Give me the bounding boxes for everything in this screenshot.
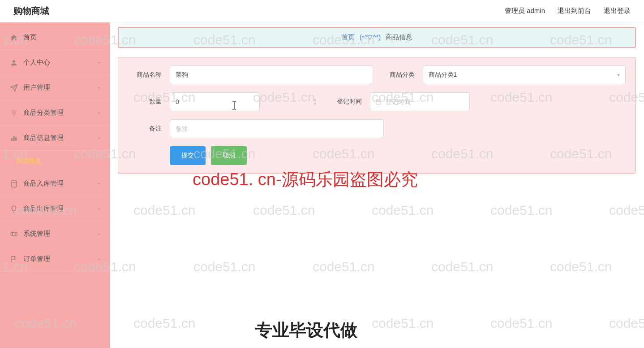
flag-icon	[10, 255, 18, 263]
svg-rect-4	[13, 136, 15, 141]
send-icon	[10, 84, 18, 92]
sidebar-item-product-info-mgmt[interactable]: 商品信息管理	[0, 126, 110, 151]
breadcrumb-home[interactable]: 首页	[341, 33, 355, 41]
chevron-down-icon: ▾	[617, 72, 620, 78]
svg-rect-5	[15, 137, 17, 140]
remark-input[interactable]	[170, 119, 384, 138]
submit-button[interactable]: 提交	[170, 146, 206, 165]
chevron-down-icon	[96, 257, 102, 262]
sidebar-item-label: 个人中心	[23, 58, 50, 67]
svg-rect-8	[376, 100, 381, 104]
category-label: 商品分类	[381, 71, 415, 79]
sidebar-item-profile[interactable]: 个人中心	[0, 50, 110, 75]
sidebar-item-label: 商品入库管理	[23, 179, 64, 188]
sidebar-subitem-product-info[interactable]: 商品信息	[0, 151, 110, 171]
category-value: 商品分类1	[429, 71, 457, 79]
sidebar-item-label: 首页	[23, 33, 37, 42]
sidebar-item-category-mgmt[interactable]: 商品分类管理	[0, 100, 110, 126]
sidebar-item-stock-out-mgmt[interactable]: 商品出库管理	[0, 196, 110, 222]
home-icon	[10, 34, 18, 42]
chevron-down-icon	[96, 181, 102, 187]
product-name-label: 商品名称	[128, 71, 162, 79]
sidebar-item-system-mgmt[interactable]: 系统管理	[0, 222, 110, 247]
main-content: 首页 (*^▽^*) 商品信息 商品名称 商品分类 商品分类1 ▾ 数量	[110, 22, 644, 348]
user-label[interactable]: 管理员 admin	[505, 7, 545, 15]
stepper-down-icon[interactable]: ▼	[313, 102, 318, 106]
time-label: 登记时间	[328, 98, 362, 106]
sidebar-item-order-mgmt[interactable]: 订单管理	[0, 247, 110, 272]
qty-input[interactable]	[170, 92, 260, 111]
qty-label: 数量	[128, 98, 162, 106]
breadcrumb: 首页 (*^▽^*) 商品信息	[118, 27, 636, 48]
svg-rect-3	[11, 138, 13, 141]
user-icon	[10, 59, 18, 67]
header-right: 管理员 admin 退出到前台 退出登录	[505, 7, 631, 15]
svg-rect-7	[11, 232, 17, 236]
sidebar-item-label: 用户管理	[23, 83, 50, 92]
database-icon	[10, 180, 18, 188]
category-select[interactable]: 商品分类1 ▾	[423, 65, 626, 84]
sidebar-item-label: 系统管理	[23, 230, 50, 238]
breadcrumb-separator: (*^▽^*)	[360, 33, 381, 41]
breadcrumb-current: 商品信息	[386, 33, 412, 41]
header: 购物商城 管理员 admin 退出到前台 退出登录	[0, 0, 644, 22]
product-name-input[interactable]	[170, 65, 373, 84]
calendar-icon	[375, 99, 382, 105]
sidebar-item-home[interactable]: 首页	[0, 25, 110, 50]
bulb-icon	[10, 205, 18, 213]
number-stepper[interactable]: ▲ ▼	[313, 97, 318, 106]
chevron-down-icon	[96, 231, 102, 237]
exit-front-button[interactable]: 退出到前台	[558, 7, 591, 15]
sidebar-item-label: 商品信息管理	[23, 134, 64, 142]
chevron-down-icon	[96, 60, 102, 65]
cancel-button[interactable]: 取消	[211, 146, 247, 165]
sidebar-item-label: 商品出库管理	[23, 204, 64, 213]
svg-point-6	[11, 180, 17, 183]
remark-label: 备注	[128, 125, 162, 133]
bar-chart-icon	[10, 134, 18, 142]
brand-title: 购物商城	[13, 5, 49, 17]
chevron-up-icon	[96, 135, 102, 141]
chevron-down-icon	[96, 206, 102, 212]
ticket-icon	[10, 230, 18, 238]
sidebar-item-user-mgmt[interactable]: 用户管理	[0, 75, 110, 100]
sidebar-item-label: 订单管理	[23, 255, 50, 263]
chevron-down-icon	[96, 110, 102, 116]
form-panel: 商品名称 商品分类 商品分类1 ▾ 数量 ▲ ▼ 登记时间	[118, 57, 636, 174]
sidebar-item-stock-in-mgmt[interactable]: 商品入库管理	[0, 171, 110, 196]
logout-button[interactable]: 退出登录	[604, 7, 631, 15]
chevron-down-icon	[96, 85, 102, 91]
time-input[interactable]	[370, 92, 470, 111]
sidebar-item-label: 商品分类管理	[23, 109, 64, 117]
sidebar: 首页 个人中心 用户管理 商品分类管理	[0, 22, 110, 348]
filter-icon	[10, 109, 18, 117]
